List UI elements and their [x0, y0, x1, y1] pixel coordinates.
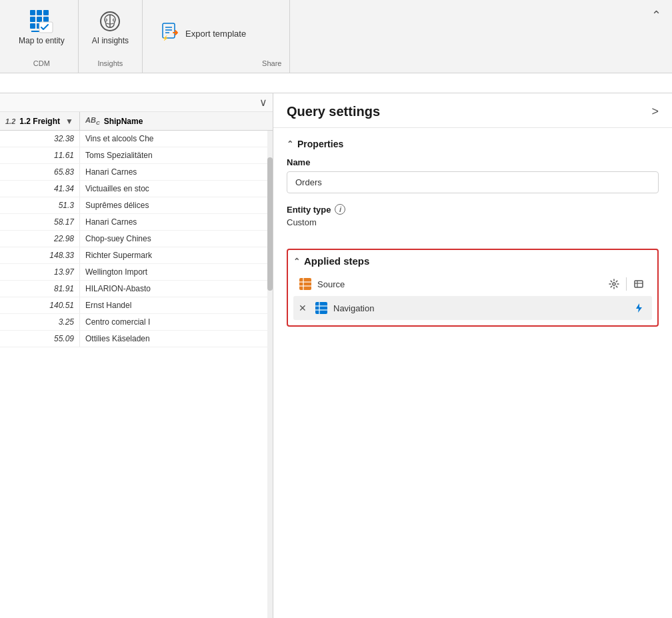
step-source-divider: [626, 277, 627, 291]
cell-shipname: Wellington Import: [80, 264, 273, 280]
scroll-thumb[interactable]: [267, 157, 273, 291]
step-navigation-icon: [315, 301, 328, 315]
export-template-button[interactable]: ⚡ Export template: [151, 13, 257, 53]
cell-freight: 65.83: [0, 164, 80, 180]
cdm-map-icon: [28, 8, 55, 35]
cell-shipname: Vins et alcools Che: [80, 131, 273, 147]
shipname-column-header[interactable]: ABC ShipName: [80, 112, 273, 130]
svg-text:⚡: ⚡: [162, 35, 169, 41]
properties-section-header[interactable]: ⌃ Properties: [287, 139, 659, 149]
step-source-actions: [606, 276, 647, 292]
export-template-label: Export template: [185, 29, 246, 39]
right-panel: Query settings > ⌃ Properties Name Entit…: [273, 93, 672, 618]
applied-steps-header[interactable]: ⌃ Applied steps: [293, 255, 652, 267]
cell-shipname: Hanari Carnes: [80, 214, 273, 230]
scrollbar[interactable]: [267, 131, 273, 618]
cdm-group-label: CDM: [33, 57, 50, 67]
table-row[interactable]: 65.83 Hanari Carnes: [0, 164, 273, 181]
cell-shipname: Toms Spezialitäten: [80, 147, 273, 163]
freight-column-header[interactable]: 1.2 1.2 Freight ▼: [0, 112, 80, 130]
cell-freight: 13.97: [0, 264, 80, 280]
freight-type-icon: 1.2: [5, 117, 15, 125]
cell-shipname: Richter Supermark: [80, 247, 273, 263]
collapse-ribbon-button[interactable]: ⌃: [646, 5, 667, 25]
toolbar-group-insights: AI insights Insights: [79, 0, 143, 73]
step-navigation[interactable]: ✕ Navigation: [293, 296, 652, 320]
table-row[interactable]: 32.38 Vins et alcools Che: [0, 131, 273, 147]
svg-rect-4: [37, 17, 42, 22]
svg-rect-6: [30, 23, 35, 29]
step-navigation-delete-button[interactable]: ✕: [299, 303, 307, 313]
cell-freight: 51.3: [0, 197, 80, 213]
table-body: 32.38 Vins et alcools Che 11.61 Toms Spe…: [0, 131, 273, 618]
table-row[interactable]: 51.3 Suprêmes délices: [0, 197, 273, 214]
applied-steps-section: ⌃ Applied steps Source: [273, 249, 672, 337]
entity-type-text: Entity type: [287, 205, 331, 215]
freight-dropdown-icon[interactable]: ▼: [65, 117, 73, 126]
table-row[interactable]: 140.51 Ernst Handel: [0, 297, 273, 314]
step-source-view-button[interactable]: [631, 276, 647, 292]
table-row[interactable]: 13.97 Wellington Import: [0, 264, 273, 281]
export-template-icon: ⚡: [161, 22, 180, 45]
table-row[interactable]: 22.98 Chop-suey Chines: [0, 231, 273, 247]
cell-shipname: Ottilies Käseladen: [80, 331, 273, 347]
entity-type-label: Entity type i: [287, 204, 659, 215]
svg-rect-2: [43, 10, 49, 15]
cell-freight: 22.98: [0, 231, 80, 247]
name-field-label: Name: [287, 157, 659, 167]
step-source-settings-button[interactable]: [606, 276, 622, 292]
toolbar: Map to entity CDM AI insights Insights: [0, 0, 672, 73]
expand-panel-button[interactable]: ∨: [259, 96, 267, 109]
table-row[interactable]: 148.33 Richter Supermark: [0, 247, 273, 264]
properties-section: ⌃ Properties Name Entity type i Custom: [273, 128, 672, 249]
ai-insights-button[interactable]: AI insights: [87, 5, 134, 48]
cell-shipname: Suprêmes délices: [80, 197, 273, 213]
collapse-panel-button[interactable]: >: [651, 105, 659, 119]
cell-freight: 55.09: [0, 331, 80, 347]
freight-col-label: 1.2 Freight: [19, 117, 60, 126]
ai-brain-icon: [97, 8, 123, 35]
step-navigation-name: Navigation: [333, 303, 625, 313]
cell-shipname: Hanari Carnes: [80, 164, 273, 180]
step-navigation-actions: [631, 300, 647, 316]
entity-type-info-icon[interactable]: i: [335, 204, 345, 215]
toolbar-group-cdm: Map to entity CDM: [5, 0, 79, 73]
properties-label: Properties: [297, 139, 343, 149]
step-source-icon: [299, 277, 312, 291]
table-row[interactable]: 81.91 HILARION-Abasto: [0, 281, 273, 297]
ai-insights-label: AI insights: [92, 36, 129, 45]
cell-freight: 148.33: [0, 247, 80, 263]
svg-point-21: [613, 283, 615, 285]
map-to-entity-label: Map to entity: [19, 36, 65, 45]
left-panel: ∨ 1.2 1.2 Freight ▼ ABC ShipName: [0, 93, 273, 618]
map-to-entity-button[interactable]: Map to entity: [13, 5, 70, 48]
table-row[interactable]: 41.34 Victuailles en stoc: [0, 181, 273, 197]
table-header-row: 1.2 1.2 Freight ▼ ABC ShipName: [0, 112, 273, 131]
entity-type-value: Custom: [287, 217, 659, 227]
toolbar-group-share: ⚡ Export template Share: [143, 0, 290, 73]
svg-rect-1: [37, 10, 42, 15]
cell-freight: 81.91: [0, 281, 80, 297]
svg-rect-3: [30, 17, 35, 22]
step-source-name: Source: [317, 279, 601, 289]
svg-rect-17: [299, 278, 311, 290]
step-navigation-lightning-button[interactable]: [631, 300, 647, 316]
table-row[interactable]: 3.25 Centro comercial I: [0, 314, 273, 331]
panel-header: ∨: [0, 93, 273, 112]
shipname-col-label: ShipName: [104, 117, 143, 126]
properties-chevron-icon: ⌃: [287, 139, 293, 149]
share-group-label: Share: [262, 57, 281, 67]
table-row[interactable]: 55.09 Ottilies Käseladen: [0, 331, 273, 347]
table-row[interactable]: 11.61 Toms Spezialitäten: [0, 147, 273, 164]
applied-steps-chevron-icon: ⌃: [293, 257, 300, 266]
name-field-input[interactable]: [287, 171, 659, 193]
cell-freight: 58.17: [0, 214, 80, 230]
cell-freight: 11.61: [0, 147, 80, 163]
step-source[interactable]: Source: [293, 272, 652, 296]
data-table: 1.2 1.2 Freight ▼ ABC ShipName 32.38 Vin…: [0, 112, 273, 618]
cell-shipname: HILARION-Abasto: [80, 281, 273, 297]
table-row[interactable]: 58.17 Hanari Carnes: [0, 214, 273, 231]
svg-rect-5: [43, 17, 49, 22]
tab-bar: [0, 73, 672, 93]
svg-rect-25: [315, 302, 327, 314]
